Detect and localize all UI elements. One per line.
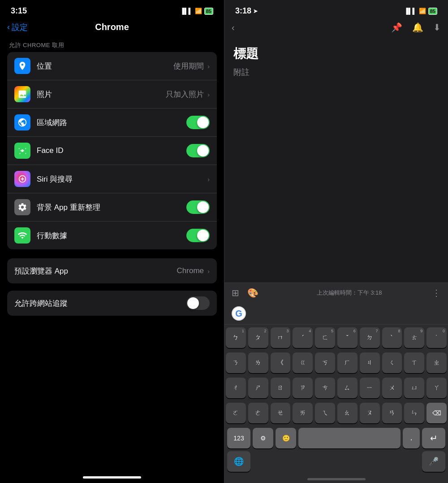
backgroundapp-toggle[interactable]	[186, 200, 210, 214]
key-p[interactable]: 2ㄆ	[248, 327, 268, 348]
key-an[interactable]: ㄢ	[382, 403, 402, 423]
row-backgroundapp[interactable]: 背景 App 重新整理	[7, 193, 217, 222]
key-tone4[interactable]: 8ˋ	[382, 327, 402, 348]
right-home-indicator	[307, 478, 366, 480]
key-globe[interactable]: 🌐	[227, 451, 250, 472]
default-browser-label: 預設瀏覽器 App	[14, 266, 177, 276]
key-microphone[interactable]: 🎤	[422, 451, 445, 472]
key-tone3[interactable]: 6ˇ	[337, 327, 358, 348]
key-i[interactable]: ㄧ	[360, 378, 380, 398]
google-icon[interactable]: G	[232, 306, 246, 321]
back-button[interactable]: ‹ 設定	[7, 22, 28, 33]
key-ei[interactable]: ㄟ	[315, 403, 335, 423]
key-sh[interactable]: ㄕ	[248, 378, 268, 398]
key-o[interactable]: ㄛ	[226, 403, 246, 423]
key-t[interactable]: 9ㄊ	[404, 327, 424, 348]
google-bar: G	[224, 303, 448, 325]
row-cellular[interactable]: 行動數據	[7, 222, 217, 249]
key-l[interactable]: ㄌ	[248, 352, 268, 373]
row-location[interactable]: 位置 使用期間 ›	[7, 52, 217, 80]
right-nav-icons: 📌 🔔 ⬇	[391, 22, 441, 33]
key-emoji[interactable]: 🙂	[276, 428, 296, 448]
wifi-icon: 📶	[195, 8, 202, 14]
backgroundapp-label: 背景 App 重新整理	[37, 202, 186, 213]
siri-icon	[14, 171, 30, 187]
right-panel: 3:18 ➤ ▐▌▌ 📶 85 ‹ 📌 🔔 ⬇ 標題 附註 ⊞ 🎨 上次編輯時間…	[224, 0, 448, 483]
left-time: 3:15	[11, 6, 27, 16]
key-e[interactable]: ㄜ	[248, 403, 268, 423]
row-faceid[interactable]: Face ID	[7, 137, 217, 165]
key-ch[interactable]: ㄔ	[226, 378, 246, 398]
key-comma[interactable]: ，	[403, 428, 420, 448]
key-n[interactable]: ㄋ	[226, 352, 246, 373]
key-tone2[interactable]: 4ˊ	[293, 327, 313, 348]
localnetwork-label: 區域網路	[37, 117, 186, 128]
key-ai[interactable]: ㄞ	[293, 403, 313, 423]
key-ou[interactable]: ㄡ	[360, 403, 380, 423]
key-m[interactable]: 3ㄇ	[271, 327, 291, 348]
left-battery: 85	[204, 8, 213, 15]
key-settings[interactable]: ⚙	[253, 428, 273, 448]
key-q[interactable]: ㄑ	[382, 352, 402, 373]
cellular-icon	[14, 227, 30, 244]
key-delete[interactable]: ⌫	[426, 403, 447, 423]
globe-icon	[14, 114, 30, 131]
key-c[interactable]: ㄘ	[315, 378, 335, 398]
right-back-button[interactable]: ‹	[232, 22, 235, 33]
key-zh[interactable]: ㄓ	[426, 352, 447, 373]
palette-icon[interactable]: 🎨	[247, 287, 258, 298]
row-default-browser[interactable]: 預設瀏覽器 App Chrome ›	[7, 258, 217, 283]
key-d[interactable]: 7ㄉ	[360, 327, 380, 348]
note-area[interactable]: 標題 附註	[224, 38, 448, 283]
row-siri[interactable]: Siri 與搜尋 ›	[7, 165, 217, 193]
row-photos[interactable]: 照片 只加入照片 ›	[7, 80, 217, 109]
key-g[interactable]: ㄍ	[293, 352, 313, 373]
more-options-icon[interactable]: ⋮	[432, 287, 441, 298]
key-r[interactable]: ㄖ	[271, 378, 291, 398]
cross-site-group: 允許跨網站追蹤	[7, 291, 217, 316]
key-eh[interactable]: ㄝ	[271, 403, 291, 423]
key-u[interactable]: ㄨ	[382, 378, 402, 398]
right-signal-icon: ▐▌▌	[404, 8, 417, 14]
toggle-thumb	[197, 117, 209, 128]
keyboard-row-2: ㄋ ㄌ 《 ㄍ ㄎ ㄏ ㄐ ㄑ ㄒ ㄓ	[226, 352, 447, 373]
location-value: 使用期間	[173, 61, 204, 71]
key-a[interactable]: ㄚ	[426, 378, 447, 398]
key-space[interactable]	[298, 428, 401, 448]
key-return[interactable]: ↵	[422, 428, 445, 448]
download-icon[interactable]: ⬇	[433, 22, 441, 33]
key-yu[interactable]: ㄩ	[404, 378, 424, 398]
default-browser-chevron: ›	[207, 267, 210, 275]
photos-chevron: ›	[207, 91, 210, 98]
right-nav-bar: ‹ 📌 🔔 ⬇	[224, 18, 448, 38]
key-ao[interactable]: ㄠ	[337, 403, 358, 423]
right-status-icons: ▐▌▌ 📶 85	[404, 8, 437, 15]
cellular-label: 行動數據	[37, 231, 186, 241]
toggle-thumb-bg	[197, 201, 209, 213]
pin-icon[interactable]: 📌	[391, 22, 402, 33]
row-localnetwork[interactable]: 區域網路	[7, 109, 217, 137]
localnetwork-toggle[interactable]	[186, 116, 210, 129]
row-crosssite[interactable]: 允許跨網站追蹤	[7, 291, 217, 316]
bell-icon[interactable]: 🔔	[412, 22, 423, 33]
key-dot[interactable]: 0˙	[426, 327, 447, 348]
key-h[interactable]: ㄏ	[337, 352, 358, 373]
crosssite-toggle[interactable]	[186, 296, 210, 310]
key-numeric[interactable]: 123	[227, 428, 250, 448]
key-guillemet[interactable]: 《	[271, 352, 291, 373]
key-s[interactable]: ㄙ	[337, 378, 358, 398]
key-z[interactable]: ㄗ	[293, 378, 313, 398]
key-k[interactable]: ㄎ	[315, 352, 335, 373]
faceid-toggle[interactable]	[186, 144, 210, 157]
location-chevron: ›	[207, 62, 210, 70]
photos-value: 只加入照片	[166, 89, 204, 100]
key-b[interactable]: 1ㄅ	[226, 327, 246, 348]
add-content-icon[interactable]: ⊞	[232, 287, 239, 298]
key-en[interactable]: ㄣ	[404, 403, 424, 423]
siri-label: Siri 與搜尋	[37, 174, 207, 184]
key-j[interactable]: ㄐ	[360, 352, 380, 373]
key-x[interactable]: ㄒ	[404, 352, 424, 373]
key-f[interactable]: 5ㄈ	[315, 327, 335, 348]
keyboard: 1ㄅ 2ㄆ 3ㄇ 4ˊ 5ㄈ 6ˇ 7ㄉ 8ˋ 9ㄊ 0˙ ㄋ ㄌ 《 ㄍ ㄎ …	[224, 325, 448, 483]
cellular-toggle[interactable]	[186, 229, 210, 242]
